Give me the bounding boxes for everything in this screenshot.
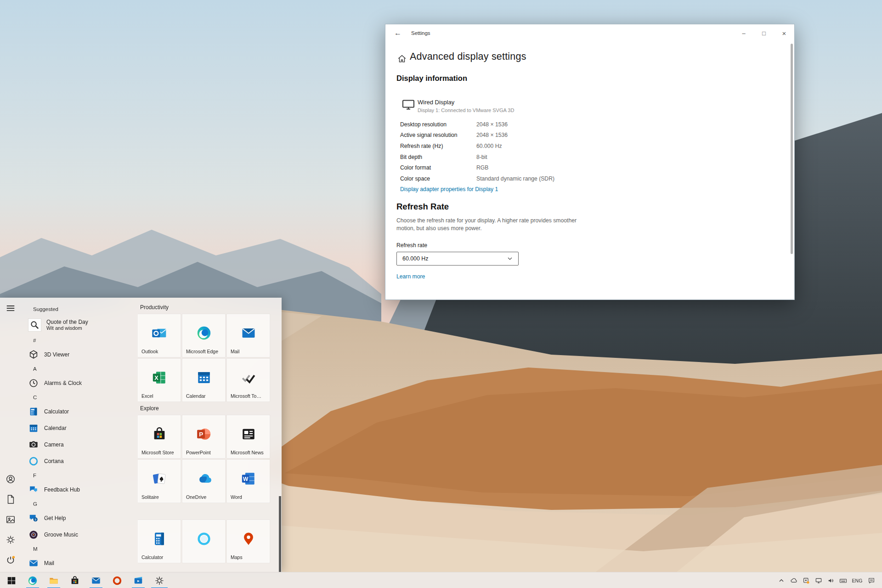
app-list-item-mail[interactable]: Mail — [21, 555, 138, 571]
taskbar-movies-tv-button[interactable] — [128, 572, 149, 588]
mail-tile-icon — [91, 576, 101, 586]
taskbar-tray: ENG — [775, 572, 877, 588]
refresh-rate-label: Refresh rate — [396, 242, 427, 249]
magnifier-icon — [28, 319, 41, 331]
start-power-button[interactable] — [6, 555, 16, 565]
start-pictures-button[interactable] — [6, 514, 16, 525]
display-info-table: Desktop resolution2048 × 1536Active sign… — [400, 119, 554, 184]
tile-solitaire[interactable]: Solitaire — [138, 460, 181, 503]
app-list-item-feedback-hub[interactable]: Feedback Hub — [21, 481, 138, 498]
close-button[interactable]: × — [774, 24, 794, 42]
tile-microsoft-to[interactable]: Microsoft To… — [227, 359, 270, 401]
tile-maps[interactable]: Maps — [227, 520, 270, 563]
tile-excel[interactable]: XExcel — [138, 359, 181, 401]
back-button[interactable]: ← — [391, 27, 405, 40]
tile-cortana-tile[interactable] — [182, 520, 225, 563]
settings-scrollbar[interactable] — [791, 43, 793, 297]
minimize-button[interactable]: – — [734, 24, 754, 42]
app-list-item-camera[interactable]: Camera — [21, 436, 138, 453]
start-user-button[interactable] — [6, 474, 16, 484]
app-list-section-f[interactable]: F — [21, 469, 138, 481]
tile-calculator[interactable]: Calculator — [138, 520, 181, 563]
cortana-tile-icon — [196, 531, 212, 547]
app-list-section-c[interactable]: C — [21, 391, 138, 403]
back-icon: ← — [394, 29, 401, 37]
network-display-icon — [815, 577, 822, 584]
learn-more-link[interactable]: Learn more — [396, 273, 425, 280]
tile-microsoft-store[interactable]: Microsoft Store — [138, 415, 181, 458]
taskbar-mail-button[interactable] — [85, 572, 107, 588]
tray-show-hidden-button[interactable] — [775, 572, 787, 588]
language-indicator[interactable]: ENG — [849, 578, 865, 583]
tray-security-button[interactable] — [800, 572, 812, 588]
calculator-blue-icon — [28, 407, 39, 417]
display-device-subtitle: Display 1: Connected to VMware SVGA 3D — [418, 107, 514, 113]
gear-dark-icon — [154, 576, 164, 586]
app-list-item-calendar[interactable]: Calendar — [21, 420, 138, 436]
tile-group: CalculatorMaps — [138, 506, 273, 563]
app-list-item-calculator[interactable]: Calculator — [21, 403, 138, 420]
taskbar-settings-button[interactable] — [149, 572, 170, 588]
app-list-item-alarms-clock[interactable]: Alarms & Clock — [21, 375, 138, 391]
start-menu-scrollbar[interactable] — [279, 298, 281, 572]
outlook-icon — [152, 325, 167, 341]
app-list-section-g[interactable]: G — [21, 498, 138, 510]
svg-text:P: P — [199, 431, 203, 438]
tile-mail[interactable]: Mail — [227, 314, 270, 357]
start-rail — [0, 298, 21, 572]
refresh-rate-heading: Refresh Rate — [396, 202, 449, 212]
app-list-item-get-help[interactable]: ?Get Help — [21, 510, 138, 526]
action-center-button[interactable] — [865, 572, 877, 588]
tray-keyboard-button[interactable] — [837, 572, 849, 588]
tile-calendar[interactable]: Calendar — [182, 359, 225, 401]
calculator-tile-icon — [152, 531, 167, 547]
taskbar-store-button[interactable] — [64, 572, 85, 588]
taskbar-edge-button[interactable] — [22, 572, 43, 588]
excel-icon: X — [152, 370, 167, 385]
taskbar-file-explorer-button[interactable] — [43, 572, 64, 588]
display-adapter-properties-link[interactable]: Display adapter properties for Display 1 — [400, 186, 498, 192]
keyboard-icon — [839, 577, 848, 584]
maximize-button[interactable]: □ — [754, 24, 774, 42]
edge-icon — [196, 325, 212, 341]
tile-microsoft-news[interactable]: Microsoft News — [227, 415, 270, 458]
get-help-icon: ? — [28, 513, 39, 523]
taskbar: ENG — [0, 572, 882, 588]
tile-onedrive[interactable]: OneDrive — [182, 460, 225, 503]
tile-word[interactable]: WWord — [227, 460, 270, 503]
store-bag-icon — [152, 426, 167, 442]
tile-outlook[interactable]: Outlook — [138, 314, 181, 357]
tray-network-button[interactable] — [812, 572, 825, 588]
tray-onedrive-button[interactable] — [787, 572, 800, 588]
groove-music-icon — [28, 530, 39, 540]
app-list-section-symbol[interactable]: # — [21, 334, 138, 346]
page-title: Advanced display settings — [410, 51, 526, 62]
start-documents-button[interactable] — [6, 494, 16, 504]
tile-microsoft-edge[interactable]: Microsoft Edge — [182, 314, 225, 357]
app-list-item-cortana[interactable]: Cortana — [21, 453, 138, 469]
app-list-item-3d-viewer[interactable]: 3D Viewer — [21, 346, 138, 363]
start-menu-expand-button[interactable] — [6, 303, 16, 313]
start-button[interactable] — [1, 572, 22, 588]
taskbar-office-button[interactable] — [107, 572, 128, 588]
display-info-row: Refresh rate (Hz)60.000 Hz — [400, 141, 554, 152]
tile-group-header: Productivity — [138, 304, 273, 314]
tray-volume-button[interactable] — [825, 572, 837, 588]
refresh-rate-dropdown[interactable]: 60.000 Hz — [396, 252, 519, 266]
start-settings-button[interactable] — [6, 535, 16, 545]
tile-group-productivity: ProductivityOutlookMicrosoft EdgeMailXEx… — [138, 304, 273, 401]
calendar-blue-icon — [28, 423, 39, 433]
settings-window-title: Settings — [411, 30, 430, 36]
start-app-list: SuggestedQuote of the DayWit and wisdom#… — [21, 298, 138, 572]
app-list-section-m[interactable]: M — [21, 543, 138, 555]
gear-icon — [6, 535, 16, 545]
app-list-section-suggested[interactable]: Suggested — [21, 303, 138, 315]
app-list-item-quote-of-the-day[interactable]: Quote of the DayWit and wisdom — [21, 315, 138, 334]
onedrive-cloud-icon — [196, 471, 212, 486]
monitor-icon — [402, 99, 415, 110]
app-list-item-groove-music[interactable]: Groove Music — [21, 526, 138, 543]
tile-powerpoint[interactable]: PPowerPoint — [182, 415, 225, 458]
app-list-section-a[interactable]: A — [21, 363, 138, 375]
home-icon[interactable] — [397, 54, 407, 64]
display-info-row: Active signal resolution2048 × 1536 — [400, 130, 554, 141]
